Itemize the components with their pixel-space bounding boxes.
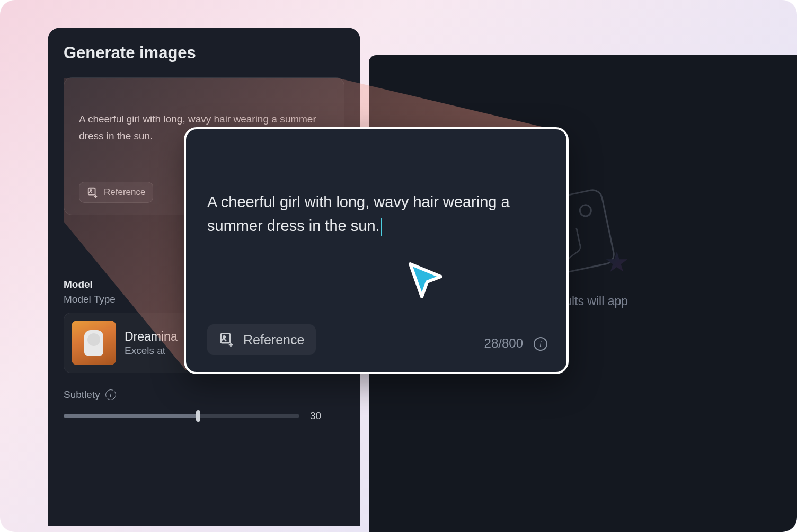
model-description: Excels at <box>125 345 178 357</box>
panel-title: Generate images <box>64 43 344 63</box>
svg-rect-0 <box>88 188 95 195</box>
prompt-text-enlarged[interactable]: A cheerful girl with long, wavy hair wea… <box>207 190 545 238</box>
reference-button-enlarged[interactable]: Reference <box>207 324 316 355</box>
reference-button[interactable]: Reference <box>79 182 153 203</box>
zoom-callout-box: A cheerful girl with long, wavy hair wea… <box>184 127 569 374</box>
info-icon[interactable]: i <box>105 389 116 400</box>
subtlety-slider[interactable] <box>64 414 299 418</box>
subtlety-slider-fill <box>64 414 198 418</box>
image-add-icon <box>87 187 99 198</box>
image-add-icon <box>219 332 235 348</box>
subtlety-label: Subtlety <box>64 389 100 401</box>
subtlety-value: 30 <box>310 410 321 422</box>
subtlety-slider-thumb[interactable] <box>196 410 200 422</box>
info-icon[interactable]: i <box>534 337 547 351</box>
svg-rect-5 <box>221 334 231 343</box>
text-cursor <box>381 218 382 236</box>
model-name: Dreamina <box>125 330 178 344</box>
cursor-icon <box>404 259 447 302</box>
reference-button-label: Reference <box>243 332 304 348</box>
reference-button-label: Reference <box>104 187 145 198</box>
character-count: 28/800 <box>484 336 523 351</box>
model-thumbnail <box>72 321 116 365</box>
